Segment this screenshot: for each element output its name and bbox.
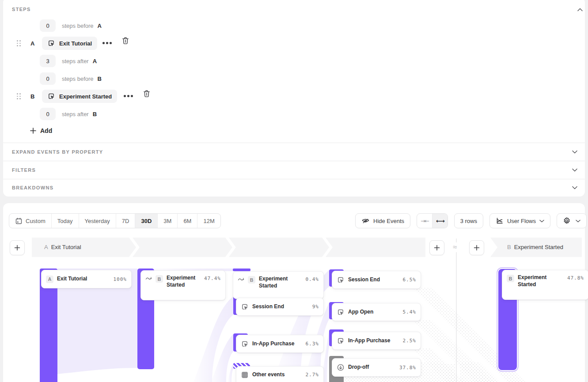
flow-node-in-app-purchase-s2[interactable]: In-App Purchase 6.3%: [236, 335, 324, 353]
step-a-event-pill[interactable]: Exit Tutorial: [42, 37, 97, 50]
step-b-more-options-icon[interactable]: [124, 95, 133, 97]
breakdowns-section[interactable]: BREAKDOWNS: [3, 179, 585, 197]
expand-columns-button[interactable]: ←→: [432, 214, 448, 228]
date-range-6m[interactable]: 6M: [177, 214, 197, 228]
header-step-a[interactable]: A Exit Tutorial: [44, 244, 81, 250]
date-range-7d[interactable]: 7D: [116, 214, 135, 228]
date-range-today[interactable]: Today: [51, 214, 79, 228]
eye-hidden-icon: [361, 217, 370, 225]
chevron-down-icon: [572, 150, 577, 154]
steps-after-a-input[interactable]: 3: [40, 55, 56, 67]
event-click-icon: [337, 276, 345, 284]
plus-icon: [474, 245, 480, 251]
date-range-control: Custom Today Yesterday 7D 30D 3M 6M 12M: [9, 213, 221, 228]
flow-node-other-events[interactable]: Other events 2.7%: [236, 366, 324, 382]
flow-node-drop-off[interactable]: Drop-off 37.8%: [332, 358, 421, 377]
drag-handle-icon[interactable]: [17, 40, 21, 46]
chart-toolbar-right: Hide Events →← ←→ 3 rows User Flows: [355, 213, 587, 228]
event-click-icon: [241, 303, 249, 311]
grid-icon: [241, 371, 249, 379]
step-a-letter: A: [30, 40, 34, 47]
flow-node-session-end-s3[interactable]: Session End 6.5%: [332, 271, 421, 289]
steps-after-a-label: steps after A: [62, 58, 97, 64]
step-chip-b: B: [156, 275, 163, 283]
add-column-after-a-button[interactable]: [429, 240, 444, 255]
event-click-icon: [47, 39, 55, 47]
step-chip-a: A: [46, 276, 53, 283]
view-selector-button[interactable]: User Flows: [489, 213, 550, 228]
event-click-icon: [241, 340, 249, 348]
event-click-icon: [47, 92, 55, 100]
chevron-down-icon: [572, 186, 577, 189]
steps-after-b-input[interactable]: 0: [40, 108, 56, 120]
filters-section[interactable]: FILTERS: [3, 161, 585, 179]
arrows-inward-icon: →←: [421, 218, 429, 224]
collapse-steps-icon[interactable]: [577, 8, 583, 11]
calendar-icon: [15, 217, 23, 225]
step-chip-b: B: [507, 275, 514, 282]
plus-icon: [30, 128, 36, 134]
step-a-more-options-icon[interactable]: [102, 42, 112, 44]
header-step-b[interactable]: B Experiment Started: [507, 244, 563, 250]
step-chip-b: B: [248, 276, 255, 284]
flow-node-exit-tutorial[interactable]: A Exit Tutorial 100%: [41, 270, 132, 288]
chevron-down-icon: [539, 219, 544, 223]
arrows-outward-icon: ←→: [436, 218, 444, 224]
chevron-down-icon: [572, 168, 577, 172]
event-click-icon: [337, 337, 345, 345]
gap-indicator: ≈: [451, 242, 458, 252]
steps-after-b-label: steps after B: [62, 111, 97, 117]
query-builder-panel: STEPS 0 steps before A A Exit Tutorial 3…: [3, 0, 585, 197]
steps-before-a-input[interactable]: 0: [40, 19, 56, 32]
expand-events-by-property-section[interactable]: EXPAND EVENTS BY PROPERTY: [3, 143, 585, 161]
flow-node-experiment-started-s1[interactable]: B Experiment Started 47.4%: [140, 270, 226, 300]
add-column-before-b-button[interactable]: [469, 240, 484, 255]
user-flows-icon: [496, 217, 504, 225]
rows-count-button[interactable]: 3 rows: [454, 213, 483, 228]
date-range-yesterday[interactable]: Yesterday: [79, 214, 116, 228]
flow-node-experiment-started-s2[interactable]: B Experiment Started 0.4%: [233, 271, 324, 299]
drop-off-icon: [337, 363, 345, 371]
hide-events-button[interactable]: Hide Events: [355, 213, 410, 228]
step-b-letter: B: [30, 93, 34, 100]
add-column-before-button[interactable]: [10, 240, 25, 255]
steps-before-b-label: steps before B: [62, 76, 102, 82]
date-range-custom[interactable]: Custom: [9, 214, 51, 228]
steps-section-title: STEPS: [12, 7, 31, 12]
steps-before-b-input[interactable]: 0: [40, 72, 56, 85]
add-step-button[interactable]: Add: [30, 127, 52, 134]
settings-button[interactable]: [557, 213, 587, 228]
steps-before-a-label: steps before A: [62, 23, 102, 29]
event-click-icon: [337, 308, 345, 316]
flow-continue-icon: [145, 276, 152, 281]
step-header-band-a: [32, 238, 425, 257]
drag-handle-icon[interactable]: [17, 93, 21, 99]
flow-node-in-app-purchase-s3[interactable]: In-App Purchase 2.5%: [332, 332, 421, 350]
column-width-control: →← ←→: [417, 213, 448, 228]
date-range-30d[interactable]: 30D: [135, 214, 157, 228]
chevron-down-icon: [576, 219, 580, 223]
step-b-delete-icon[interactable]: [143, 90, 151, 98]
date-range-3m[interactable]: 3M: [157, 214, 177, 228]
flow-node-experiment-started-b[interactable]: B Experiment Started 47.8%: [502, 270, 588, 300]
flow-continue-icon: [238, 277, 244, 282]
flow-node-session-end-s2[interactable]: Session End 9%: [236, 298, 324, 316]
gear-icon: [563, 217, 571, 225]
collapse-columns-button[interactable]: →←: [417, 214, 432, 228]
flow-node-app-open[interactable]: App Open 5.4%: [332, 303, 421, 321]
step-b-event-pill[interactable]: Experiment Started: [42, 90, 117, 103]
plus-icon: [434, 245, 440, 251]
step-a-delete-icon[interactable]: [121, 37, 129, 45]
plus-icon: [14, 245, 20, 251]
date-range-12m[interactable]: 12M: [197, 214, 220, 228]
